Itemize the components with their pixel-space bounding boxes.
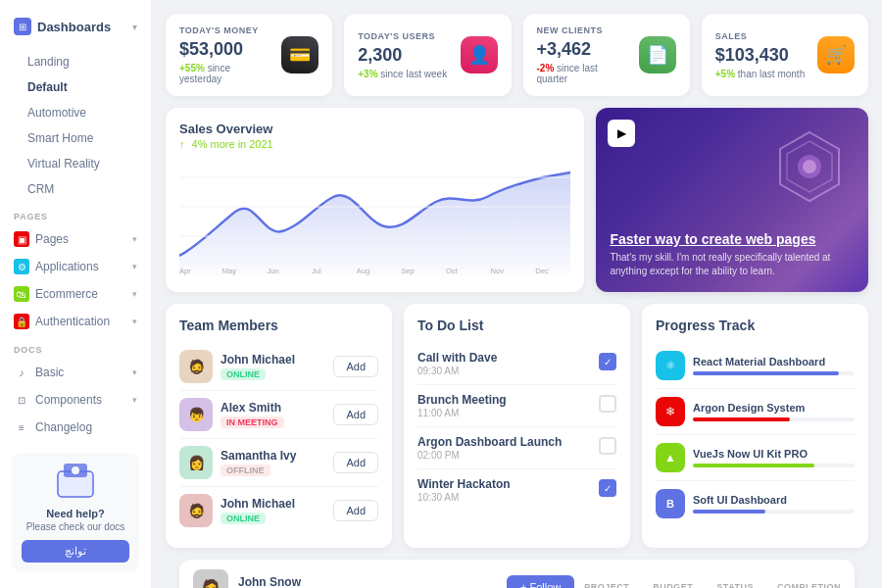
argon-logo: ❄: [656, 397, 685, 426]
progress-item-name: Soft UI Dashboard: [693, 494, 855, 506]
stat-label-clients: NEW CLIENTS: [537, 25, 631, 35]
vuejs-logo: ▲: [656, 443, 685, 472]
components-icon: ⊡: [14, 392, 29, 408]
sales-chart: Apr May Jun Jul Aug Sep Oct Nov Dec: [179, 158, 570, 275]
list-item: Argon Dashboard Launch 02:00 PM: [417, 427, 616, 469]
stat-label-users: TODAY'S USERS: [358, 31, 452, 41]
sidebar-item-auth[interactable]: 🔒 Authentication ▾: [0, 308, 151, 335]
team-card: Team Members 🧔 John Michael ONLINE Add 👦…: [166, 304, 392, 548]
auth-icon: 🔒: [14, 314, 29, 329]
sidebar-item-label: Changelog: [35, 420, 92, 434]
react-logo: ⚛: [656, 351, 685, 380]
sidebar: ⊞ Dashboards ▾ Landing Default Automotiv…: [0, 0, 152, 588]
middle-row: Sales Overview ↑ 4% more in 2021 Apr May…: [152, 96, 882, 292]
apps-icon: ⚙: [14, 259, 29, 274]
sidebar-item-label: Components: [35, 393, 102, 407]
clients-icon: 📄: [639, 36, 676, 74]
sidebar-item-automotive[interactable]: Automotive: [0, 100, 151, 125]
sidebar-item-pages[interactable]: ▣ Pages ▾: [0, 225, 151, 253]
progress-bar-track: [693, 417, 855, 421]
sidebar-item-changelog[interactable]: ≡ Changelog: [0, 414, 151, 441]
progress-item-name: React Material Dashboard: [693, 356, 855, 368]
help-title: Need help?: [22, 508, 129, 519]
banner-title: Faster way to create web pages: [610, 231, 855, 247]
footer-info: John Snow 3 days ago: [238, 575, 497, 589]
progress-bar-track: [693, 510, 855, 514]
stat-label-money: TODAY'S MONEY: [179, 25, 273, 35]
play-icon[interactable]: ▶: [608, 120, 635, 147]
sidebar-item-components[interactable]: ⊡ Components ▾: [0, 386, 151, 414]
help-button[interactable]: توانچ: [22, 540, 129, 563]
col-project: PROJECT: [584, 582, 629, 588]
todo-info: Call with Dave 09:30 AM: [417, 351, 591, 376]
stat-change-money: +55% since yesterday: [179, 63, 273, 84]
sidebar-item-default[interactable]: Default: [0, 74, 151, 100]
chart-subtitle-text: 4% more in 2021: [192, 138, 273, 150]
sidebar-brand[interactable]: ⊞ Dashboards ▾: [0, 10, 151, 43]
chevron-right-icon: ▾: [132, 289, 137, 299]
todo-item-title: Argon Dashboard Launch: [417, 435, 591, 449]
help-illustration: [51, 463, 100, 502]
add-button[interactable]: Add: [333, 404, 378, 425]
sidebar-item-crm[interactable]: CRM: [0, 176, 151, 202]
sidebar-item-vr[interactable]: Virtual Reality: [0, 151, 151, 176]
stat-change-pct: -2%: [537, 63, 555, 74]
progress-info: React Material Dashboard: [693, 356, 855, 375]
stat-value-clients: +3,462: [537, 39, 631, 60]
sidebar-item-label: Authentication: [35, 315, 110, 328]
todo-item-time: 09:30 AM: [417, 366, 591, 376]
footer-profile-row: 🧔 John Snow 3 days ago + Follow PROJECT …: [179, 560, 855, 588]
progress-bar-fill: [693, 417, 790, 421]
svg-point-2: [72, 466, 79, 474]
add-button[interactable]: Add: [333, 500, 378, 521]
chevron-right-icon: ▾: [132, 317, 137, 326]
sidebar-section-docs: DOCS: [0, 335, 151, 359]
sidebar-section-pages: PAGES: [0, 202, 151, 225]
sidebar-item-ecommerce[interactable]: 🛍 Ecommerce ▾: [0, 280, 151, 308]
todo-item-title: Call with Dave: [417, 351, 591, 365]
sidebar-item-label: Applications: [35, 260, 99, 273]
users-icon: 👤: [461, 36, 498, 74]
chart-title: Sales Overview: [179, 122, 570, 136]
member-info: Alex Smith IN MEETING: [220, 401, 325, 428]
sidebar-item-label: CRM: [27, 182, 54, 196]
list-item: ❄ Argon Design System: [656, 389, 855, 435]
sidebar-item-landing[interactable]: Landing: [0, 49, 151, 74]
member-name: Samantha Ivy: [220, 449, 325, 463]
todo-info: Winter Hackaton 10:30 AM: [417, 477, 591, 503]
footer-avatar: 🧔: [193, 569, 228, 588]
stat-value-money: $53,000: [179, 39, 273, 60]
member-name: John Michael: [220, 353, 325, 367]
sales-icon: 🛒: [817, 36, 855, 74]
chart-arrow-icon: ↑: [179, 138, 185, 150]
add-button[interactable]: Add: [333, 356, 378, 377]
add-button[interactable]: Add: [333, 452, 378, 473]
col-status: STATUS: [716, 582, 754, 588]
todo-item-time: 11:00 AM: [417, 408, 591, 418]
sidebar-item-label: Smart Home: [27, 131, 93, 145]
status-badge: OFFLINE: [220, 465, 270, 476]
stat-card-money: TODAY'S MONEY $53,000 +55% since yesterd…: [166, 14, 332, 96]
svg-text:Aug: Aug: [357, 267, 370, 275]
todo-checkbox[interactable]: ✓: [599, 479, 616, 497]
stat-card-users: TODAY'S USERS 2,300 +3% since last week …: [344, 14, 511, 96]
hex-decoration: [770, 127, 849, 206]
svg-text:Jul: Jul: [312, 267, 321, 275]
follow-button[interactable]: + Follow: [507, 575, 574, 588]
member-name: Alex Smith: [220, 401, 325, 415]
svg-point-18: [803, 160, 816, 173]
progress-title: Progress Track: [656, 318, 855, 333]
todo-checkbox[interactable]: [599, 437, 616, 455]
member-info: John Michael ONLINE: [220, 497, 325, 524]
svg-text:May: May: [222, 267, 236, 275]
banner-content: Faster way to create web pages That's my…: [610, 231, 855, 278]
sidebar-item-basic[interactable]: ♪ Basic ▾: [0, 359, 151, 386]
todo-checkbox[interactable]: ✓: [599, 353, 616, 370]
stat-change-sales: +5% than last month: [715, 69, 809, 79]
banner-card: ▶ Faster way to create web pages That's …: [596, 108, 868, 292]
todo-checkbox[interactable]: [599, 395, 616, 413]
member-info: John Michael ONLINE: [220, 353, 325, 380]
footer-columns: PROJECT BUDGET STATUS COMPLETION: [584, 582, 841, 588]
sidebar-item-applications[interactable]: ⚙ Applications ▾: [0, 253, 151, 280]
sidebar-item-smarthome[interactable]: Smart Home: [0, 125, 151, 151]
